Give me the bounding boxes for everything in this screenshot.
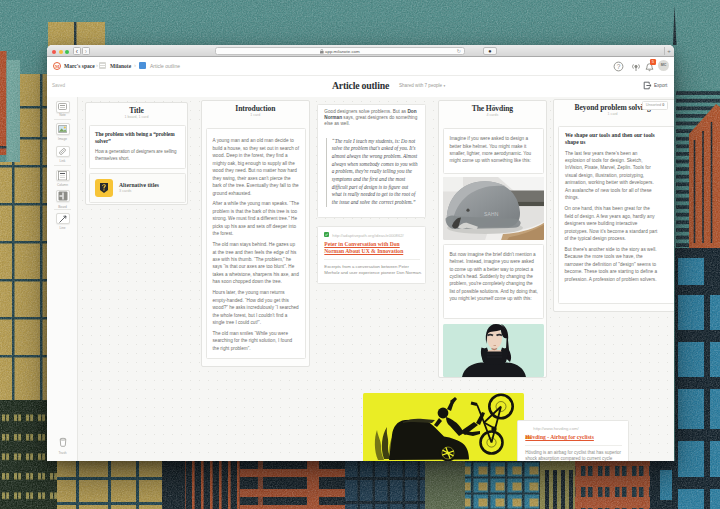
svg-text:?: ? bbox=[617, 62, 621, 69]
svg-text:SAHN: SAHN bbox=[484, 212, 499, 218]
